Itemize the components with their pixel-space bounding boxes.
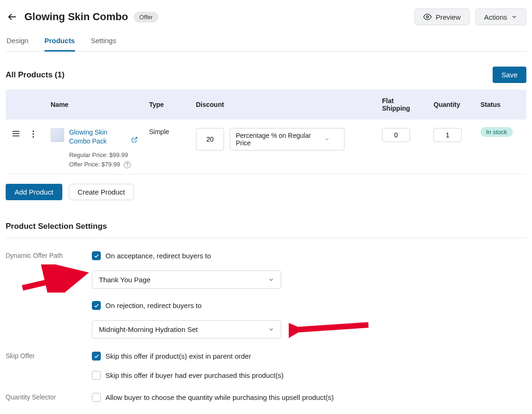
add-product-button[interactable]: Add Product [6,184,62,200]
quantity-selector-checkbox[interactable] [92,393,101,402]
product-name: Glowing Skin Combo Pack [69,128,128,146]
page-title: Glowing Skin Combo [24,11,128,23]
check-icon [94,303,99,309]
dynamic-offer-path-label: Dynamic Offer Path [6,251,92,259]
quantity-input[interactable] [434,128,462,142]
setting-skip-offer: Skip Offer Skip this offer if product(s)… [6,352,526,380]
col-discount: Discount [190,90,376,120]
svg-point-7 [33,136,34,138]
tab-settings[interactable]: Settings [91,34,116,52]
svg-point-5 [33,131,34,132]
save-button[interactable]: Save [493,67,526,83]
svg-line-12 [298,325,368,330]
acceptance-target-value: Thank You Page [99,276,150,284]
drag-handle-icon[interactable] [11,128,21,137]
row-menu-button[interactable] [32,128,35,138]
on-rejection-label: On rejection, redirect buyers to [105,301,202,309]
setting-dynamic-offer-path: Dynamic Offer Path On acceptance, redire… [6,251,526,339]
check-icon [94,354,99,359]
header-right: Preview Actions [414,8,526,25]
actions-button[interactable]: Actions [475,8,526,25]
on-rejection-checkbox[interactable] [92,301,101,310]
chevron-down-icon [511,14,517,20]
offer-badge: Offer [134,12,158,23]
col-quantity: Quantity [428,90,475,120]
discount-type-value: Percentage % on Regular Price [236,132,324,147]
svg-line-8 [134,137,137,140]
external-link-icon [131,136,138,143]
skip-purchased-row: Skip this offer if buyer had ever purcha… [92,371,526,380]
discount-type-select[interactable]: Percentage % on Regular Price [230,128,345,151]
skip-parent-row: Skip this offer if product(s) exist in p… [92,352,526,361]
settings-heading: Product Selection Settings [6,222,526,238]
quantity-selector-label: Quantity Selector [6,393,92,401]
products-heading: All Products (1) [6,70,65,80]
help-icon[interactable]: ? [124,161,131,168]
tab-design[interactable]: Design [7,34,29,52]
flat-shipping-input[interactable] [382,128,410,142]
on-acceptance-label: On acceptance, redirect buyers to [105,252,211,260]
header-left: Glowing Skin Combo Offer [6,10,158,23]
rejection-target-value: Midnight-Morning Hydration Set [99,325,198,333]
create-product-button[interactable]: Create Product [69,184,134,200]
col-name: Name [45,90,143,120]
preview-label: Preview [435,13,460,21]
product-type: Simple [143,120,190,174]
col-type: Type [143,90,190,120]
skip-parent-checkbox[interactable] [92,352,101,361]
product-action-row: Add Product Create Product [6,184,526,200]
on-rejection-row: On rejection, redirect buyers to [92,301,526,310]
quantity-selector-text: Allow buyer to choose the quantity while… [105,393,334,401]
chevron-down-icon [324,136,330,142]
back-button[interactable] [6,10,19,23]
check-icon [94,253,99,259]
eye-icon [423,13,432,21]
arrow-left-icon [7,12,17,22]
svg-point-1 [427,16,429,18]
on-acceptance-checkbox[interactable] [92,251,101,260]
page-header: Glowing Skin Combo Offer Preview Actions [6,5,526,34]
svg-point-6 [33,134,34,135]
on-acceptance-row: On acceptance, redirect buyers to [92,251,526,260]
product-table: Name Type Discount Flat Shipping Quantit… [6,90,526,174]
tab-products[interactable]: Products [45,34,75,52]
dynamic-offer-path-content: On acceptance, redirect buyers to Thank … [92,251,526,339]
product-link[interactable]: Glowing Skin Combo Pack [69,128,138,146]
discount-input[interactable] [196,128,224,151]
actions-label: Actions [484,13,507,21]
rejection-target-select[interactable]: Midnight-Morning Hydration Set [92,320,281,339]
skip-purchased-label: Skip this offer if buyer had ever purcha… [105,371,284,379]
product-meta: Regular Price: $99.99 Offer Price: $79.9… [69,151,138,169]
skip-parent-label: Skip this offer if product(s) exist in p… [105,352,251,360]
product-thumbnail [51,128,64,142]
svg-line-10 [22,274,83,288]
annotation-arrow-right [289,316,373,340]
quantity-selector-row: Allow buyer to choose the quantity while… [92,393,526,402]
chevron-down-icon [268,326,274,332]
chevron-down-icon [268,277,274,283]
tabs: Design Products Settings [6,34,526,52]
acceptance-target-select[interactable]: Thank You Page [92,271,281,289]
table-row: Glowing Skin Combo Pack Regular Price: $… [6,120,526,174]
offer-price: Offer Price: $79.99 [69,161,120,168]
col-flat-shipping: Flat Shipping [376,90,428,120]
skip-purchased-checkbox[interactable] [92,371,101,380]
preview-button[interactable]: Preview [414,8,469,25]
products-section-header: All Products (1) Save [6,67,526,83]
setting-quantity-selector: Quantity Selector Allow buyer to choose … [6,393,526,402]
col-status: Status [475,90,526,120]
settings-grid: Dynamic Offer Path On acceptance, redire… [6,251,526,402]
annotation-arrow-left [18,264,93,293]
skip-offer-label: Skip Offer [6,352,92,360]
regular-price: Regular Price: $99.99 [69,151,138,160]
status-badge: In stock [480,127,513,137]
